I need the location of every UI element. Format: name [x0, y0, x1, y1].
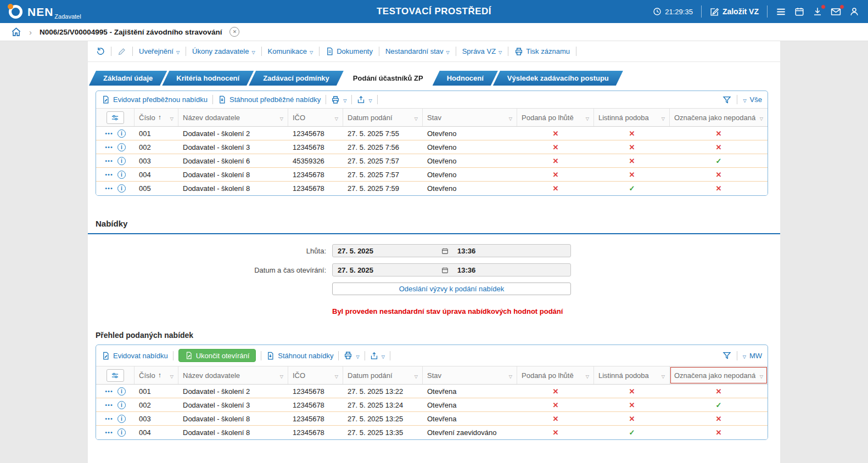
table-row[interactable]: 003 Dodavatel - školení 6 45359326 27. 5… — [96, 154, 768, 168]
edit-record-button[interactable] — [117, 47, 126, 56]
table-row[interactable]: 002 Dodavatel - školení 3 12345678 27. 5… — [96, 140, 768, 154]
col-header-stav[interactable]: Stav — [423, 109, 517, 126]
menu-nestandardni-stav[interactable]: Nestandardní stav — [385, 47, 450, 55]
oteviraci-date-value[interactable]: 27. 5. 2025 — [333, 266, 441, 274]
nen-logo[interactable]: NENZadavatel — [9, 5, 81, 19]
col-header-datum[interactable]: Datum podání — [343, 109, 423, 126]
row-menu-icon[interactable] — [105, 430, 113, 436]
filter-caret-icon[interactable] — [760, 371, 763, 380]
table-row[interactable]: 004 Dodavatel - školení 8 12345678 27. 5… — [96, 426, 768, 439]
close-record-icon[interactable] — [229, 27, 239, 37]
row-menu-icon[interactable] — [105, 144, 113, 150]
filter-caret-icon[interactable] — [335, 371, 338, 380]
print-menu-button[interactable] — [344, 351, 359, 360]
info-icon[interactable] — [117, 184, 126, 193]
lhuta-time-value[interactable]: 13:36 — [449, 247, 475, 255]
info-icon[interactable] — [117, 157, 126, 165]
filter-caret-icon[interactable] — [509, 371, 512, 380]
col-header-cislo[interactable]: Číslo↑ — [135, 366, 178, 384]
col-header-datum[interactable]: Datum podání — [343, 366, 423, 384]
col-header-nepodana[interactable]: Označena jako nepodaná — [670, 366, 768, 384]
ukoncit-otevirani-button[interactable]: Ukončit otevírání — [178, 349, 256, 362]
filter-caret-icon[interactable] — [509, 114, 512, 122]
table-row[interactable]: 001 Dodavatel - školení 2 12345678 27. 5… — [96, 127, 768, 140]
view-selector[interactable]: MW — [743, 352, 762, 360]
tab-kriteria-hodnoceni[interactable]: Kritéria hodnocení — [162, 71, 254, 86]
messages-button[interactable] — [831, 7, 841, 17]
filter-caret-icon[interactable] — [415, 371, 418, 380]
col-header-listinna[interactable]: Listinná podoba — [594, 109, 670, 126]
downloads-button[interactable] — [813, 7, 822, 16]
row-menu-icon[interactable] — [105, 416, 113, 422]
odeslani-vyzvy-button[interactable]: Odeslání výzvy k podání nabídek — [332, 283, 571, 295]
column-settings-button[interactable] — [107, 111, 124, 124]
column-settings-button[interactable] — [107, 369, 124, 382]
row-menu-icon[interactable] — [105, 402, 113, 408]
lhuta-datetime-field[interactable]: 27. 5. 2025 13:36 — [332, 244, 571, 257]
home-button[interactable] — [11, 27, 21, 37]
filter-caret-icon[interactable] — [760, 114, 763, 122]
row-menu-icon[interactable] — [105, 388, 113, 394]
info-icon[interactable] — [117, 415, 126, 423]
filter-button[interactable] — [723, 351, 731, 360]
table-row[interactable]: 003 Dodavatel - školení 8 12345678 27. 5… — [96, 412, 768, 426]
table-row[interactable]: 001 Dodavatel - školení 2 12345678 27. 5… — [96, 385, 768, 398]
menu-uverejneni[interactable]: Uveřejnění — [139, 47, 180, 55]
stahnout-predbezne-nabidky-button[interactable]: Stáhnout předběžné nabídky — [218, 95, 321, 104]
info-icon[interactable] — [117, 428, 126, 437]
row-menu-icon[interactable] — [105, 185, 113, 191]
row-menu-icon[interactable] — [105, 158, 113, 164]
evidovat-predbeznou-nabidku-button[interactable]: Evidovat předběžnou nabídku — [102, 95, 208, 104]
table-row[interactable]: 005 Dodavatel - školení 8 12345678 27. 5… — [96, 182, 768, 195]
stahnout-nabidky-button[interactable]: Stáhnout nabídky — [266, 352, 333, 360]
menu-tisk-zaznamu[interactable]: Tisk záznamu — [514, 47, 570, 56]
view-selector[interactable]: Vše — [743, 95, 762, 104]
filter-caret-icon[interactable] — [170, 371, 173, 380]
col-header-ico[interactable]: IČO — [288, 366, 343, 384]
info-icon[interactable] — [117, 401, 126, 409]
col-header-nazev[interactable]: Název dodavatele — [178, 109, 288, 126]
filter-button[interactable] — [723, 95, 731, 104]
user-profile-button[interactable] — [849, 7, 859, 16]
info-icon[interactable] — [117, 129, 126, 138]
oteviraci-time-value[interactable]: 13:36 — [449, 266, 475, 274]
print-menu-button[interactable] — [331, 95, 346, 104]
history-button[interactable] — [96, 47, 105, 56]
main-menu-button[interactable] — [776, 7, 786, 17]
calendar-picker-icon[interactable] — [441, 247, 449, 255]
col-header-ico[interactable]: IČO — [288, 109, 343, 126]
col-header-cislo[interactable]: Číslo↑ — [135, 109, 178, 126]
col-header-nazev[interactable]: Název dodavatele — [178, 366, 288, 384]
menu-komunikace[interactable]: Komunikace — [268, 47, 313, 55]
info-icon[interactable] — [117, 387, 126, 396]
filter-caret-icon[interactable] — [662, 371, 665, 380]
tab-zakladni-udaje[interactable]: Základní údaje — [89, 71, 167, 86]
tab-vysledek-zadavaciho-postupu[interactable]: Výsledek zadávacího postupu — [493, 71, 623, 86]
col-header-stav[interactable]: Stav — [423, 366, 517, 384]
menu-sprava-vz[interactable]: Správa VZ — [462, 47, 502, 55]
export-menu-button[interactable] — [370, 352, 385, 360]
col-header-listinna[interactable]: Listinná podoba — [594, 366, 670, 384]
filter-caret-icon[interactable] — [415, 114, 418, 122]
tab-podani-ucastniku-zp[interactable]: Podání účastníků ZP — [339, 71, 438, 86]
calendar-button[interactable] — [794, 7, 804, 16]
col-header-po-lhute[interactable]: Podaná po lhůtě — [517, 109, 594, 126]
filter-caret-icon[interactable] — [662, 114, 665, 122]
tab-hodnoceni[interactable]: Hodnocení — [433, 71, 498, 86]
col-header-nepodana[interactable]: Označena jako nepodaná — [670, 109, 768, 126]
breadcrumb-record[interactable]: N006/25/V00004995 - Zajištění závodního … — [40, 28, 222, 36]
menu-ukony-zadavatele[interactable]: Úkony zadavatele — [192, 47, 255, 55]
tab-zadavaci-podminky[interactable]: Zadávací podmínky — [249, 71, 344, 86]
create-vz-button[interactable]: Založit VZ — [710, 7, 759, 16]
row-menu-icon[interactable] — [105, 131, 113, 137]
filter-caret-icon[interactable] — [586, 371, 589, 380]
sort-asc-icon[interactable]: ↑ — [158, 371, 161, 379]
info-icon[interactable] — [117, 143, 126, 151]
export-menu-button[interactable] — [357, 95, 372, 104]
lhuta-date-value[interactable]: 27. 5. 2025 — [333, 247, 441, 255]
table-row[interactable]: 002 Dodavatel - školení 3 12345678 27. 5… — [96, 398, 768, 412]
info-icon[interactable] — [117, 171, 126, 179]
row-menu-icon[interactable] — [105, 172, 113, 178]
filter-caret-icon[interactable] — [335, 114, 338, 122]
evidovat-nabidku-button[interactable]: Evidovat nabídku — [102, 352, 168, 360]
